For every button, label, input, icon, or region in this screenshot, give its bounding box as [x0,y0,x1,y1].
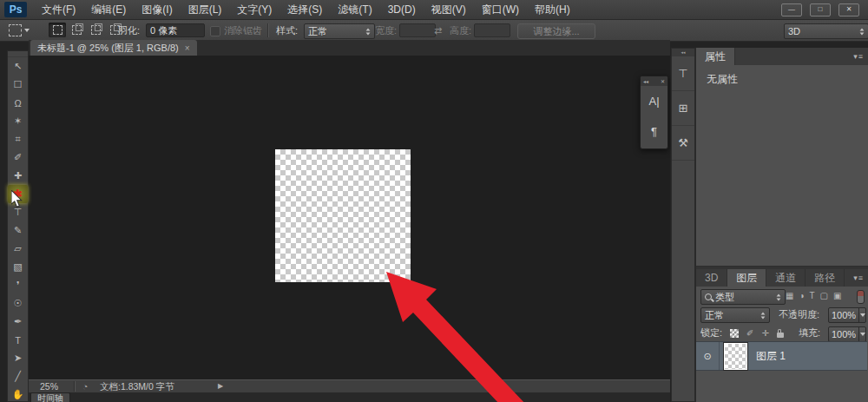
eraser-tool[interactable]: ▱ [8,240,28,258]
tab-layers[interactable]: 图层 [727,269,766,287]
menu-help[interactable]: 帮助(H) [527,0,578,19]
tab-3d[interactable]: 3D [696,269,727,287]
lock-all-icon[interactable] [777,333,784,338]
lock-pixels-icon[interactable]: ✐ [746,328,753,338]
document-tab[interactable]: 未标题-1 @ 25% (图层 1, RGB/8) × [30,40,197,56]
status-expand-icon[interactable]: ▶ [218,380,223,392]
menu-image[interactable]: 图像(I) [134,0,180,19]
style-label: 样式: [276,20,298,41]
brush-presets-panel-icon[interactable]: ⊞ [672,91,694,126]
tool-preset-dropdown-icon[interactable] [24,29,30,32]
healing-brush-icon: ✚ [14,170,22,181]
close-panel-icon[interactable]: ✕ [661,78,665,84]
scrubby-zoom-icon[interactable]: ◔ [82,380,88,392]
menu-file[interactable]: 文件(F) [34,0,83,19]
filter-shape-layers-icon[interactable]: ▢ [820,291,828,300]
collapse-panels-icon[interactable]: ◂◂ [643,78,648,84]
lock-position-icon[interactable]: ✛ [761,328,768,338]
dropdown-icon[interactable] [858,308,865,322]
path-selection-tool[interactable]: ➤ [8,349,28,367]
height-input[interactable] [474,23,510,37]
menu-type[interactable]: 文字(Y) [229,0,279,19]
layers-panel-menu-icon[interactable]: ▾≡ [853,269,864,287]
menu-select[interactable]: 选择(S) [279,0,330,19]
blend-mode-select[interactable]: 正常 [700,307,770,323]
dropdown-icon[interactable] [858,327,865,341]
menu-view[interactable]: 视图(V) [424,0,474,19]
layer-visibility-eye-icon[interactable]: ⊙ [696,342,720,370]
layer-thumbnail[interactable] [725,344,746,369]
paragraph-panel-icon[interactable]: ¶ [641,116,667,147]
crop-icon: ⌗ [15,134,20,145]
layer-row-selected[interactable]: ⊙ 图层 1 [696,341,867,371]
hand-tool[interactable]: ✋ [8,386,28,402]
transparent-canvas[interactable] [275,149,411,282]
lasso-tool[interactable]: Ω [8,94,28,112]
timeline-tab[interactable]: 时间轴 [30,392,70,402]
character-panel-icon[interactable]: A| [641,86,667,116]
maximize-button[interactable]: □ [810,3,831,16]
antialias-label: 消除锯齿 [224,20,262,41]
minimize-button[interactable]: — [781,3,802,16]
properties-panel-menu-icon[interactable]: ▾≡ [853,48,864,65]
menu-filter[interactable]: 滤镜(T) [330,0,379,19]
style-select[interactable]: 正常 [304,23,375,39]
swap-dimensions-icon[interactable]: ⇄ [434,20,442,41]
layer-filter-select[interactable]: 类型 [700,289,786,305]
workspace-select[interactable]: 3D [784,23,868,39]
dodge-tool[interactable]: ☉ [8,294,28,313]
tab-close-icon[interactable]: × [185,43,190,53]
layer-filter-toggle[interactable] [857,290,865,304]
menu-edit[interactable]: 编辑(E) [83,0,134,19]
menu-3d[interactable]: 3D(D) [380,0,424,19]
close-button[interactable]: ✕ [838,3,859,16]
combo-arrows-icon [776,293,781,301]
photoshop-window: Ps 文件(F) 编辑(E) 图像(I) 图层(L) 文字(Y) 选择(S) 滤… [0,0,868,402]
filter-smart-objects-icon[interactable]: ▣ [833,291,841,300]
add-selection-button[interactable] [68,23,85,37]
subtract-selection-button[interactable] [87,23,104,37]
menu-window[interactable]: 窗口(W) [474,0,527,19]
tab-properties[interactable]: 属性 [696,48,735,65]
eraser-icon: ▱ [14,243,21,254]
layer-name[interactable]: 图层 1 [756,349,786,364]
tool-preset-picker[interactable] [9,24,22,36]
filter-pixel-layers-icon[interactable]: ▦ [786,291,793,300]
tab-paths[interactable]: 路径 [806,269,845,287]
menu-layer[interactable]: 图层(L) [181,0,230,19]
clone-source-panel-icon[interactable]: ⊤ [672,56,694,91]
feather-input[interactable]: 0 像素 [146,23,205,37]
expand-dock-icon[interactable]: ◂◂ [672,49,694,56]
tools-panel: ↖ ☐ Ω ✶ ⌗ ✐ ✚ ✱ ⊤ ✎ ▱ ▧ ❜ ☉ ✒ T ➤ ╱ ✋ [7,50,29,402]
marquee-icon: ☐ [14,79,23,90]
mouse-cursor-icon [11,190,25,209]
toolbar-grip[interactable] [8,51,28,57]
eyedropper-tool[interactable]: ✐ [8,148,28,167]
move-tool[interactable]: ↖ [8,57,28,76]
fill-select[interactable]: 100% [828,326,866,342]
lock-transparency-icon[interactable] [730,329,739,338]
blur-tool[interactable]: ❜ [8,276,28,294]
pen-tool[interactable]: ✒ [8,313,28,331]
refine-edge-button[interactable]: 调整边缘... [517,23,595,39]
antialias-checkbox[interactable] [210,26,220,36]
zoom-level[interactable]: 25% [40,380,58,392]
spot-healing-brush-tool[interactable]: ✚ [8,167,28,185]
gradient-tool[interactable]: ▧ [8,258,28,276]
document-title: 未标题-1 @ 25% (图层 1, RGB/8) [37,42,179,55]
filter-type-layers-icon[interactable]: T [810,291,815,300]
style-value: 正常 [308,25,327,38]
opacity-select[interactable]: 100% [828,307,866,323]
rectangular-marquee-tool[interactable]: ☐ [8,76,28,94]
crop-tool[interactable]: ⌗ [8,130,28,148]
tool-presets-panel-icon[interactable]: ⚒ [672,126,694,161]
type-tool[interactable]: T [8,331,28,349]
path-selection-icon: ➤ [14,353,22,364]
tab-channels[interactable]: 通道 [766,269,806,287]
history-brush-tool[interactable]: ✎ [8,221,28,240]
width-input[interactable] [399,23,436,37]
line-tool[interactable]: ╱ [8,367,28,386]
new-selection-button[interactable] [49,23,66,37]
filter-adjustment-layers-icon[interactable]: ◑ [799,291,804,300]
magic-wand-tool[interactable]: ✶ [8,112,28,130]
